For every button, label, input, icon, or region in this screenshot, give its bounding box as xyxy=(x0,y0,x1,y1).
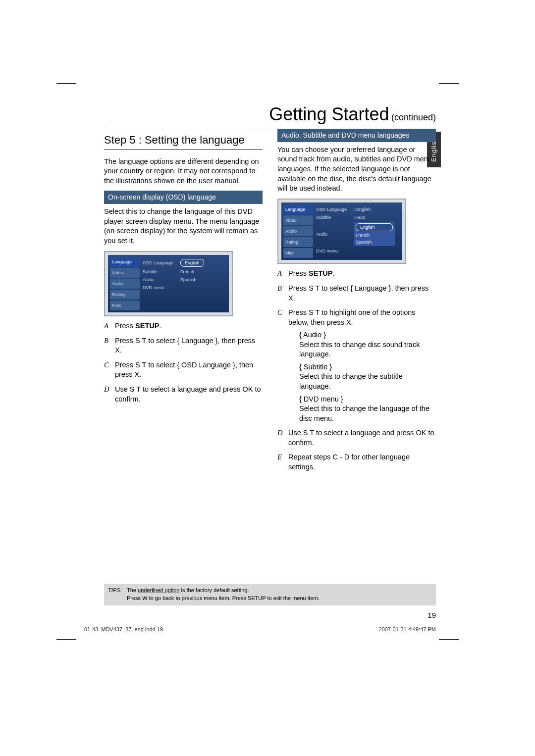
option-block: { DVD menu } Select this to change the l… xyxy=(299,395,436,424)
step-marker: B xyxy=(104,336,108,346)
crop-mark xyxy=(56,83,76,103)
option-desc: Select this to change disc sound track l… xyxy=(299,340,436,359)
content-columns: Step 5 : Setting the language The langua… xyxy=(104,129,436,477)
step-text: Use S T to select a language and press O… xyxy=(288,429,434,447)
menu-side-item: Rating xyxy=(110,290,140,300)
menu-side-item: Video xyxy=(110,268,140,278)
menu-side-item: Audio xyxy=(283,226,313,236)
steps-list-right: A Press SETUP. B Press S T to select { L… xyxy=(277,269,436,472)
step-item: A Press SETUP. xyxy=(277,269,436,279)
step-marker: A xyxy=(277,269,282,279)
step-marker: D xyxy=(104,385,109,395)
step-item: E Repeat steps C - D for other language … xyxy=(277,453,436,472)
tips-bar: TIPS: The underlined option is the facto… xyxy=(104,584,436,605)
menu-row-value: : Auto xyxy=(354,214,365,220)
menu-row-label: Audio xyxy=(143,277,177,283)
option-label: { Audio } xyxy=(299,330,436,340)
step-text: Use S T to select a language and press O… xyxy=(115,385,261,403)
menu-row-label: Subtitle xyxy=(316,214,351,220)
menu-side-item: Audio xyxy=(110,279,140,289)
step-text: . xyxy=(332,269,334,277)
step-text: . xyxy=(159,322,161,330)
step-text: Press S T to select { Language }, then p… xyxy=(288,284,428,302)
menu-side-item: Rating xyxy=(283,237,313,247)
title-main: Getting Started xyxy=(269,104,389,124)
menu-side-item: Language xyxy=(283,204,313,214)
menu-selected-pill: English xyxy=(180,259,204,267)
option-block: { Subtitle } Select this to change the s… xyxy=(299,362,436,392)
menu-row-label: Audio xyxy=(316,231,351,237)
menu-dropdown-box: English French Spanish xyxy=(354,222,395,246)
tips-text: The xyxy=(127,587,138,593)
tips-line1: The underlined option is the factory def… xyxy=(127,587,249,593)
step-marker: D xyxy=(277,428,282,438)
menu-side-item: Misc xyxy=(110,301,140,310)
page-number: 19 xyxy=(428,611,436,619)
menu-row-label: DVD menu xyxy=(316,248,351,254)
menu-row-value: Spanish xyxy=(180,277,197,283)
step-text: Press S T to highlight one of the option… xyxy=(288,308,416,326)
menu-box-item: Spanish xyxy=(356,239,393,245)
left-column: Step 5 : Setting the language The langua… xyxy=(104,129,263,477)
tips-text: is the factory default setting. xyxy=(179,587,249,593)
step-marker: A xyxy=(104,321,108,331)
step-marker: E xyxy=(277,453,282,462)
step-item: A Press SETUP. xyxy=(104,321,263,331)
sub-heading-audio: Audio, Subtitle and DVD menu languages xyxy=(277,129,436,142)
step-item: C Press S T to select { OSD Language }, … xyxy=(104,360,263,380)
steps-list-left: A Press SETUP. B Press S T to select { L… xyxy=(104,321,263,404)
crop-mark xyxy=(56,619,76,640)
sub-heading-osd: On-screen display (OSD) language xyxy=(104,191,263,204)
step-text: Press xyxy=(115,322,135,330)
menu-row-label: DVD menu xyxy=(143,285,177,291)
tips-line2: Press W to go back to previous menu item… xyxy=(127,595,320,601)
step-marker: B xyxy=(277,284,282,294)
audio-menu-mock: Language Video Audio Rating Misc OSD Lan… xyxy=(277,199,406,264)
setup-keyword: SETUP xyxy=(135,322,159,330)
menu-row-value: : English xyxy=(354,206,371,212)
title-suffix: (continued) xyxy=(391,112,436,122)
option-block: { Audio } Select this to change disc sou… xyxy=(299,330,436,359)
footer-filename: 01-43_MDV437_37_eng.indd 19 xyxy=(84,626,163,632)
menu-side-item: Language xyxy=(110,257,140,267)
menu-selected-pill: English xyxy=(356,223,393,231)
step-heading: Step 5 : Setting the language xyxy=(104,133,263,150)
option-desc: Select this to change the language of th… xyxy=(299,404,436,423)
tips-underlined: underlined option xyxy=(138,587,179,593)
step-item: C Press S T to highlight one of the opti… xyxy=(277,308,436,423)
menu-row-value: French xyxy=(180,269,194,275)
osd-body: Select this to change the language of th… xyxy=(104,207,263,246)
step-marker: C xyxy=(104,360,109,370)
menu-side-item: Misc xyxy=(283,248,313,258)
crop-mark xyxy=(439,83,459,103)
option-label: { Subtitle } xyxy=(299,362,436,372)
crop-mark xyxy=(439,619,459,640)
step-text: Repeat steps C - D for other language se… xyxy=(288,453,410,471)
step-marker: C xyxy=(277,308,282,318)
manual-page: English Getting Started (continued) Step… xyxy=(0,0,535,756)
step-text: Press S T to select { Language }, then p… xyxy=(115,337,255,354)
step-item: B Press S T to select { Language }, then… xyxy=(104,336,263,355)
menu-row-label: OSD Language xyxy=(143,260,177,266)
menu-row-label: Subtitle xyxy=(143,269,177,275)
step-text: Press S T to select { OSD Language }, th… xyxy=(115,361,253,379)
osd-menu-mock: Language Video Audio Rating Misc OSD Lan… xyxy=(104,251,233,317)
intro-paragraph: The language options are different depen… xyxy=(104,157,263,186)
menu-side-item: Video xyxy=(283,215,313,225)
step-item: B Press S T to select { Language }, then… xyxy=(277,284,436,303)
footer-timestamp: 2007-01-31 4:49:47 PM xyxy=(378,626,436,632)
right-column: Audio, Subtitle and DVD menu languages Y… xyxy=(277,129,436,477)
step-item: D Use S T to select a language and press… xyxy=(277,428,436,448)
page-title: Getting Started (continued) xyxy=(104,104,436,127)
option-desc: Select this to change the subtitle langu… xyxy=(299,372,436,391)
menu-row-label: OSD Language xyxy=(316,206,351,212)
setup-keyword: SETUP xyxy=(309,269,332,277)
step-text: Press xyxy=(288,269,309,277)
audio-intro: You can choose your preferred language o… xyxy=(277,145,436,194)
tips-label: TIPS: xyxy=(108,587,122,595)
step-item: D Use S T to select a language and press… xyxy=(104,385,263,404)
option-label: { DVD menu } xyxy=(299,395,436,404)
menu-box-item: French xyxy=(356,232,393,238)
